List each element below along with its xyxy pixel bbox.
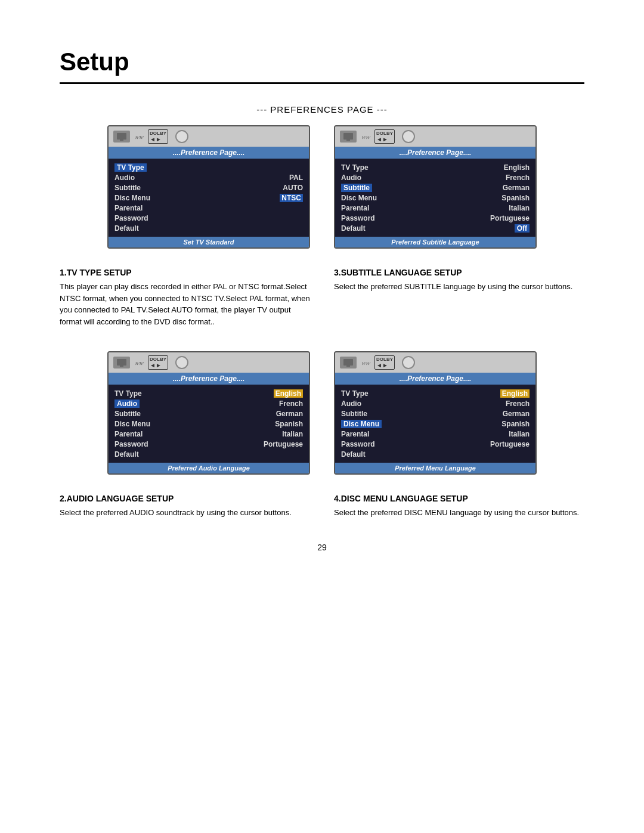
bottom-screens-row: 𝑤𝑤 DOLBY◄► ....Preference Page.... TV Ty… (60, 351, 584, 475)
cc-icon: 𝑤𝑤 (361, 359, 370, 367)
menu-value-english: English (500, 389, 530, 398)
disc-icon (402, 356, 415, 369)
screen2-pref-header: ....Preference Page.... (335, 147, 535, 159)
svg-rect-4 (117, 359, 126, 366)
svg-rect-1 (120, 140, 123, 141)
menu-value-french: French (506, 174, 530, 182)
menu-row: Disc Menu NTSC (114, 193, 303, 203)
screen3-footer: Preferred Audio Language (109, 463, 309, 473)
screen4-menu-body: TV Type English Audio French Subtitle Ge… (335, 385, 535, 463)
disc-icon (175, 356, 188, 369)
screen4-topbar: 𝑤𝑤 DOLBY◄► (335, 352, 535, 373)
tv-icon (340, 357, 357, 368)
menu-row: Audio French (341, 398, 530, 408)
menu-label-audio: Audio (341, 400, 361, 408)
menu-label-tvtype: TV Type (114, 163, 147, 172)
top-screens-row: 𝑤𝑤 DOLBY◄► ....Preference Page.... TV Ty… (60, 125, 584, 249)
screen4: 𝑤𝑤 DOLBY◄► ....Preference Page.... TV Ty… (334, 351, 537, 475)
desc-tvtype-title: 1.TV TYPE SETUP (60, 268, 310, 277)
desc-subtitle: 3.SUBTITLE LANGUAGE SETUP Select the pre… (334, 268, 584, 327)
svg-rect-7 (346, 366, 350, 367)
menu-row: Subtitle German (341, 182, 530, 193)
menu-label-tvtype: TV Type (341, 163, 369, 172)
menu-label-tvtype: TV Type (341, 389, 369, 398)
menu-value-german: German (503, 184, 530, 192)
menu-row: Subtitle German (341, 408, 530, 419)
screen4-pref-header: ....Preference Page.... (335, 373, 535, 385)
dolby-icon: DOLBY◄► (374, 355, 395, 370)
svg-rect-6 (343, 359, 353, 366)
top-descriptions-row: 1.TV TYPE SETUP This player can play dis… (60, 268, 584, 327)
menu-row: Default (341, 449, 530, 459)
disc-icon (402, 130, 415, 143)
menu-value-italian: Italian (282, 430, 303, 438)
screen1-menu-body: TV Type Audio PAL Subtitle AUTO Disc Men… (109, 159, 309, 237)
desc-discmenu-text: Select the preferred DISC MENU language … (334, 507, 584, 519)
menu-row: Password Portuguese (114, 439, 303, 449)
desc-discmenu-title: 4.DISC MENU LANGUAGE SETUP (334, 494, 584, 503)
menu-row: Parental (114, 203, 303, 213)
cc-icon: 𝑤𝑤 (361, 133, 370, 141)
menu-value-auto: AUTO (283, 184, 303, 192)
screen2-menu-body: TV Type English Audio French Subtitle Ge… (335, 159, 535, 237)
menu-value-english: English (274, 389, 303, 398)
menu-row: Audio PAL (114, 172, 303, 182)
svg-rect-2 (343, 133, 353, 140)
menu-row: Disc Menu Spanish (341, 193, 530, 203)
dolby-icon: DOLBY◄► (148, 129, 168, 144)
tv-icon (340, 131, 357, 143)
desc-tvtype-text: This player can play discs recorded in e… (60, 281, 310, 327)
menu-label-password: Password (114, 440, 148, 448)
screen3: 𝑤𝑤 DOLBY◄► ....Preference Page.... TV Ty… (107, 351, 310, 475)
menu-label-password: Password (114, 214, 148, 222)
menu-value-french: French (279, 400, 303, 408)
menu-value-portuguese: Portuguese (264, 440, 303, 448)
menu-label-discmenu: Disc Menu (341, 420, 382, 428)
desc-subtitle-title: 3.SUBTITLE LANGUAGE SETUP (334, 268, 584, 277)
menu-row: Parental Italian (114, 429, 303, 439)
cc-icon: 𝑤𝑤 (135, 359, 143, 367)
menu-label-discmenu: Disc Menu (114, 194, 150, 202)
menu-value-off: Off (515, 224, 530, 233)
menu-row: TV Type English (341, 388, 530, 398)
menu-label-subtitle: Subtitle (341, 410, 367, 418)
menu-row: TV Type English (341, 162, 530, 172)
page-number: 29 (60, 543, 584, 552)
menu-label-audio: Audio (341, 174, 361, 182)
pref-page-label: --- PREFERENCES PAGE --- (60, 104, 584, 114)
menu-label-default: Default (114, 224, 139, 233)
screen1-pref-header: ....Preference Page.... (109, 147, 309, 159)
desc-discmenu: 4.DISC MENU LANGUAGE SETUP Select the pr… (334, 494, 584, 519)
menu-value-italian: Italian (509, 204, 530, 212)
disc-icon (175, 130, 188, 143)
desc-tvtype: 1.TV TYPE SETUP This player can play dis… (60, 268, 310, 327)
menu-value-pal: PAL (289, 174, 303, 182)
screen3-pref-header: ....Preference Page.... (109, 373, 309, 385)
tv-icon (113, 357, 130, 368)
menu-label-default: Default (341, 224, 366, 233)
menu-value-spanish: Spanish (501, 420, 530, 428)
screen3-topbar: 𝑤𝑤 DOLBY◄► (109, 352, 309, 373)
menu-value-german: German (276, 410, 303, 418)
dolby-icon: DOLBY◄► (374, 129, 395, 144)
menu-row: Password Portuguese (341, 439, 530, 449)
menu-value-spanish: Spanish (501, 194, 530, 202)
menu-value-italian: Italian (509, 430, 530, 438)
menu-value-spanish: Spanish (275, 420, 303, 428)
menu-label-default: Default (114, 450, 139, 459)
bottom-descriptions-row: 2.AUDIO LANGUAGE SETUP Select the prefer… (60, 494, 584, 519)
desc-audio-title: 2.AUDIO LANGUAGE SETUP (60, 494, 310, 503)
menu-label-default: Default (341, 450, 366, 459)
menu-label-subtitle: Subtitle (114, 410, 141, 418)
tv-icon (113, 131, 130, 143)
menu-value-portuguese: Portuguese (490, 214, 530, 222)
svg-rect-0 (117, 133, 126, 140)
svg-rect-3 (346, 140, 350, 141)
menu-label-tvtype: TV Type (114, 389, 142, 398)
screen4-footer: Preferred Menu Language (335, 463, 535, 473)
menu-row: Subtitle AUTO (114, 182, 303, 193)
screen2-topbar: 𝑤𝑤 DOLBY◄► (335, 126, 535, 147)
menu-row: Parental Italian (341, 203, 530, 213)
page: Setup --- PREFERENCES PAGE --- 𝑤𝑤 DOLBY◄… (0, 0, 644, 833)
menu-value-english: English (504, 163, 530, 172)
